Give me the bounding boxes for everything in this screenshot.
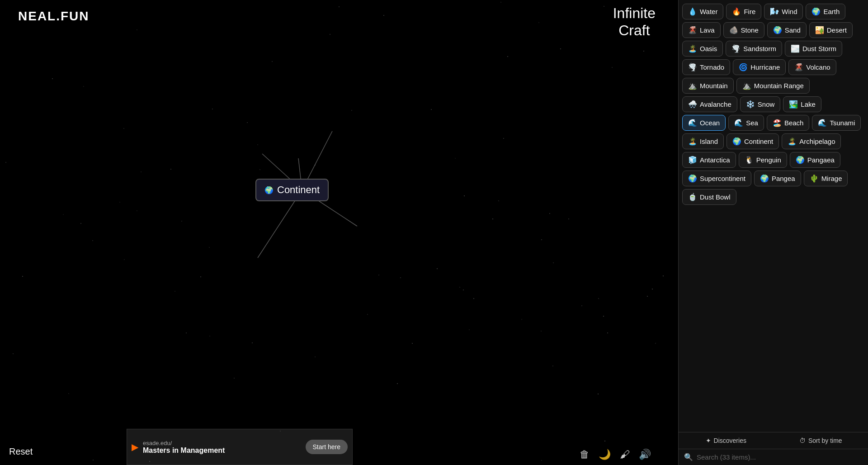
antarctica-emoji: 🧊: [688, 156, 697, 164]
item-btn-snow[interactable]: ❄️Snow: [740, 96, 781, 112]
star: [92, 240, 93, 241]
item-btn-island[interactable]: 🏝️Island: [682, 133, 724, 149]
moon-icon[interactable]: 🌙: [599, 449, 611, 460]
star: [252, 342, 253, 343]
logo: NEAL.FUN: [18, 9, 90, 24]
star: [200, 276, 201, 277]
sort-tab[interactable]: ⏱ Sort by time: [774, 432, 868, 449]
sandstorm-label: Sandstorm: [743, 45, 776, 52]
mountain-label: Mountain: [700, 82, 728, 90]
oasis-label: Oasis: [700, 45, 717, 52]
canvas-area[interactable]: NEAL.FUN Infinite Craft 🌍 Continent Rese…: [0, 0, 678, 465]
lake-label: Lake: [801, 100, 816, 108]
item-btn-penguin[interactable]: 🐧Penguin: [739, 152, 787, 168]
item-btn-tsunami[interactable]: 🌊Tsunami: [812, 115, 861, 131]
star: [492, 218, 493, 219]
discoveries-tab[interactable]: ✦ Discoveries: [679, 432, 774, 449]
ad-start-button[interactable]: Start here: [306, 440, 348, 454]
mirage-label: Mirage: [821, 175, 842, 182]
item-btn-avalanche[interactable]: 🌨️Avalanche: [682, 96, 737, 112]
sea-label: Sea: [746, 119, 758, 127]
archipelago-label: Archipelago: [799, 138, 835, 145]
item-btn-stone[interactable]: 🪨Stone: [723, 22, 764, 38]
star: [175, 291, 175, 292]
item-btn-mountain-range[interactable]: ⛰️Mountain Range: [736, 78, 810, 94]
item-btn-ocean[interactable]: 🌊Ocean: [682, 115, 726, 131]
star: [137, 29, 137, 30]
star: [581, 305, 582, 306]
item-btn-hurricane[interactable]: 🌀Hurricane: [733, 59, 786, 75]
search-icon: 🔍: [684, 453, 693, 461]
antarctica-label: Antarctica: [700, 156, 730, 164]
sound-icon[interactable]: 🔊: [639, 449, 651, 460]
item-btn-water[interactable]: 💧Water: [682, 4, 723, 19]
star: [538, 22, 539, 23]
star: [315, 165, 316, 166]
avalanche-label: Avalanche: [700, 100, 731, 108]
star: [549, 213, 550, 214]
item-btn-supercontinent[interactable]: 🌍Supercontinent: [682, 171, 751, 186]
item-btn-lake[interactable]: 🏞️Lake: [783, 96, 821, 112]
item-btn-fire[interactable]: 🔥Fire: [726, 4, 761, 19]
item-btn-tornado[interactable]: 🌪️Tornado: [682, 59, 730, 75]
item-btn-pangea[interactable]: 🌍Pangea: [754, 171, 801, 186]
item-btn-continent[interactable]: 🌍Continent: [726, 133, 779, 149]
item-btn-sandstorm[interactable]: 🌪️Sandstorm: [726, 41, 782, 57]
star: [612, 67, 613, 68]
sidebar: 💧Water🔥Fire🌬️Wind🌍Earth🌋Lava🪨Stone🌍Sand🏜…: [678, 0, 868, 465]
item-btn-antarctica[interactable]: 🧊Antarctica: [682, 152, 736, 168]
continent-node[interactable]: 🌍 Continent: [255, 179, 329, 201]
star: [541, 331, 542, 332]
item-btn-mirage[interactable]: 🌵Mirage: [804, 171, 848, 186]
tsunami-emoji: 🌊: [818, 119, 827, 127]
star: [500, 2, 501, 3]
item-btn-earth[interactable]: 🌍Earth: [806, 4, 845, 19]
search-bar: 🔍: [679, 449, 868, 465]
ad-title: Masters in Management: [143, 446, 301, 455]
dust-bowl-label: Dust Bowl: [700, 193, 731, 201]
item-btn-volcano[interactable]: 🌋Volcano: [788, 59, 836, 75]
island-label: Island: [700, 138, 718, 145]
star: [498, 200, 499, 201]
ocean-emoji: 🌊: [688, 119, 697, 127]
earth-label: Earth: [823, 8, 840, 15]
item-btn-archipelago[interactable]: 🏝️Archipelago: [782, 133, 841, 149]
volcano-emoji: 🌋: [794, 63, 803, 71]
star: [507, 56, 508, 57]
item-btn-beach[interactable]: 🏖️Beach: [767, 115, 810, 131]
star: [367, 314, 368, 315]
item-btn-lava[interactable]: 🌋Lava: [682, 22, 721, 38]
star: [80, 223, 81, 224]
item-btn-oasis[interactable]: 🏝️Oasis: [682, 41, 723, 57]
item-btn-dust-storm[interactable]: 🌫️Dust Storm: [785, 41, 842, 57]
star: [655, 343, 656, 344]
item-btn-sea[interactable]: 🌊Sea: [728, 115, 764, 131]
sea-emoji: 🌊: [734, 119, 743, 127]
star: [149, 461, 150, 462]
search-input[interactable]: [697, 453, 863, 461]
star: [521, 319, 522, 320]
item-btn-mountain[interactable]: ⛰️Mountain: [682, 78, 734, 94]
snow-label: Snow: [758, 100, 775, 108]
star: [212, 109, 213, 109]
item-btn-wind[interactable]: 🌬️Wind: [764, 4, 803, 19]
star: [469, 329, 470, 330]
reset-button[interactable]: Reset: [9, 446, 33, 457]
star: [186, 332, 187, 333]
discoveries-icon: ✦: [706, 437, 711, 444]
trash-icon[interactable]: 🗑: [580, 449, 590, 460]
star: [315, 356, 316, 357]
item-btn-dust-bowl[interactable]: 🍵Dust Bowl: [682, 189, 736, 205]
star: [5, 162, 6, 163]
mirage-emoji: 🌵: [810, 174, 819, 183]
star: [598, 298, 599, 299]
pangea-label: Pangea: [772, 175, 795, 182]
pangaea-label: Pangaea: [807, 156, 835, 164]
hurricane-label: Hurricane: [750, 63, 780, 71]
star: [647, 296, 648, 297]
item-btn-desert[interactable]: 🏜️Desert: [809, 22, 853, 38]
item-btn-sand[interactable]: 🌍Sand: [767, 22, 807, 38]
item-btn-pangaea[interactable]: 🌍Pangaea: [790, 152, 840, 168]
star: [412, 343, 413, 344]
brush-icon[interactable]: 🖌: [620, 449, 630, 460]
